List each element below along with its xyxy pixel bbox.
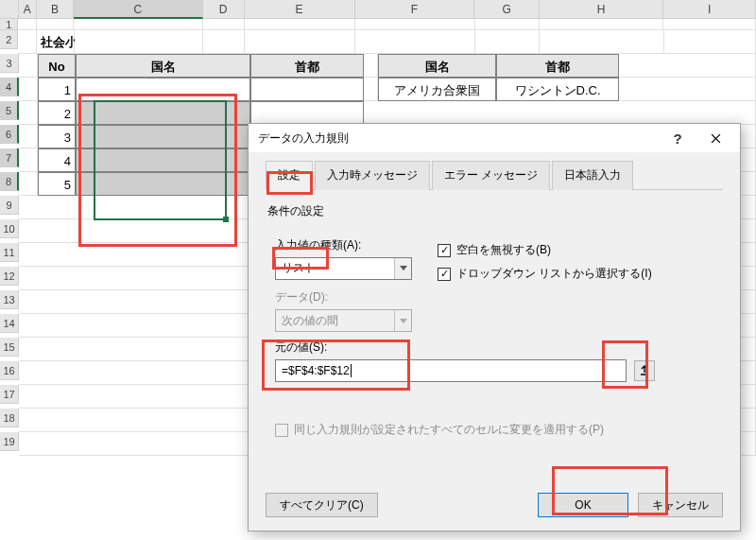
col-header-f[interactable]: F — [355, 0, 475, 19]
close-button[interactable] — [696, 125, 734, 151]
t1-row1-country[interactable] — [76, 78, 250, 101]
dropdown-checkbox[interactable]: ✓ ドロップダウン リストから選択する(I) — [438, 266, 652, 282]
ok-button[interactable]: OK — [538, 493, 628, 517]
t1-row1-no[interactable]: 1 — [38, 78, 76, 101]
allow-value: リスト — [276, 260, 394, 276]
apply-all-checkbox — [275, 424, 288, 437]
row-header-6[interactable]: 6 — [0, 125, 19, 144]
row-header-17[interactable]: 17 — [0, 385, 19, 404]
title-cell[interactable]: 社会小テストの解答 — [37, 30, 75, 54]
col-header-h[interactable]: H — [540, 0, 664, 19]
allow-label: 入力値の種類(A): — [275, 237, 419, 253]
help-button[interactable]: ? — [659, 125, 696, 151]
data-validation-dialog: データの入力規則 ? 設定 入力時メッセージ エラー メッセージ 日本語入力 条… — [248, 123, 741, 531]
select-all-corner[interactable] — [0, 0, 19, 19]
tab-input-message[interactable]: 入力時メッセージ — [315, 161, 430, 190]
range-selector-button[interactable] — [634, 360, 655, 381]
tab-settings[interactable]: 設定 — [266, 161, 313, 190]
row-header-13[interactable]: 13 — [0, 290, 19, 309]
col-header-i[interactable]: I — [663, 0, 756, 19]
t1-row1-capital[interactable] — [250, 78, 364, 101]
collapse-dialog-icon — [639, 365, 650, 376]
t1-row4-country[interactable] — [76, 148, 250, 172]
ignore-blank-checkbox[interactable]: ✓ 空白を無視する(B) — [438, 242, 652, 258]
t1-row2-no[interactable]: 2 — [38, 101, 76, 125]
t1-row4-no[interactable]: 4 — [38, 148, 76, 172]
row-header-19[interactable]: 19 — [0, 432, 19, 451]
source-value: =$F$4:$F$12 — [282, 364, 350, 377]
data-combo: 次の値の間 — [275, 309, 412, 332]
row-header-9[interactable]: 9 — [0, 196, 19, 215]
row-header-15[interactable]: 15 — [0, 338, 19, 357]
t1-row2-country[interactable] — [76, 101, 250, 125]
row-header-1[interactable]: 1 — [0, 19, 18, 30]
tab-error-message[interactable]: エラー メッセージ — [432, 161, 550, 190]
check-icon: ✓ — [438, 268, 451, 281]
tab-ime[interactable]: 日本語入力 — [552, 161, 633, 190]
col-header-g[interactable]: G — [474, 0, 539, 19]
apply-all-label: 同じ入力規則が設定されたすべてのセルに変更を適用する(P) — [294, 422, 604, 438]
allow-combo[interactable]: リスト — [275, 257, 412, 280]
ignore-blank-label: 空白を無視する(B) — [456, 242, 551, 258]
dropdown-label: ドロップダウン リストから選択する(I) — [456, 266, 652, 282]
t2-row1-country[interactable]: アメリカ合衆国 — [378, 78, 496, 101]
t1-header-no[interactable]: No — [38, 54, 76, 78]
chevron-down-icon[interactable] — [394, 258, 411, 279]
t1-row5-country[interactable] — [76, 172, 250, 196]
row-header-18[interactable]: 18 — [0, 409, 19, 427]
cancel-button[interactable]: キャンセル — [638, 493, 723, 517]
source-input[interactable]: =$F$4:$F$12 — [275, 359, 627, 382]
close-icon — [711, 133, 721, 144]
data-label: データ(D): — [275, 289, 723, 305]
row-header-8[interactable]: 8 — [0, 172, 19, 191]
col-header-c[interactable]: C — [74, 0, 203, 19]
group-label: 条件の設定 — [267, 203, 723, 219]
row-header-4[interactable]: 4 — [0, 78, 19, 96]
text-cursor — [351, 364, 352, 377]
col-header-e[interactable]: E — [245, 0, 355, 19]
dialog-title: データの入力規則 — [258, 131, 659, 147]
row-header-2[interactable]: 2 — [0, 30, 18, 49]
check-icon: ✓ — [438, 244, 451, 257]
t1-row3-country[interactable] — [76, 125, 250, 148]
t1-header-capital[interactable]: 首都 — [250, 54, 364, 78]
source-label: 元の値(S): — [275, 340, 723, 356]
col-header-b[interactable]: B — [37, 0, 74, 19]
t2-header-country[interactable]: 国名 — [378, 54, 496, 78]
t1-row5-no[interactable]: 5 — [38, 172, 76, 196]
row-header-16[interactable]: 16 — [0, 361, 19, 380]
row-header-7[interactable]: 7 — [0, 148, 19, 167]
row-header-5[interactable]: 5 — [0, 101, 19, 120]
row-header-11[interactable]: 11 — [0, 243, 19, 262]
t2-header-capital[interactable]: 首都 — [496, 54, 619, 78]
col-header-a[interactable]: A — [19, 0, 38, 19]
col-header-d[interactable]: D — [203, 0, 245, 19]
t2-row1-capital[interactable]: ワシントンD.C. — [496, 78, 619, 101]
tab-strip: 設定 入力時メッセージ エラー メッセージ 日本語入力 — [266, 160, 723, 190]
row-header-12[interactable]: 12 — [0, 267, 19, 286]
row-header-10[interactable]: 10 — [0, 219, 19, 238]
row-header-14[interactable]: 14 — [0, 314, 19, 333]
data-value: 次の値の間 — [276, 313, 394, 329]
t1-row3-no[interactable]: 3 — [38, 125, 76, 148]
t1-header-country[interactable]: 国名 — [76, 54, 250, 78]
clear-all-button[interactable]: すべてクリア(C) — [266, 493, 378, 517]
chevron-down-icon — [394, 310, 411, 331]
row-header-3[interactable]: 3 — [0, 54, 19, 73]
